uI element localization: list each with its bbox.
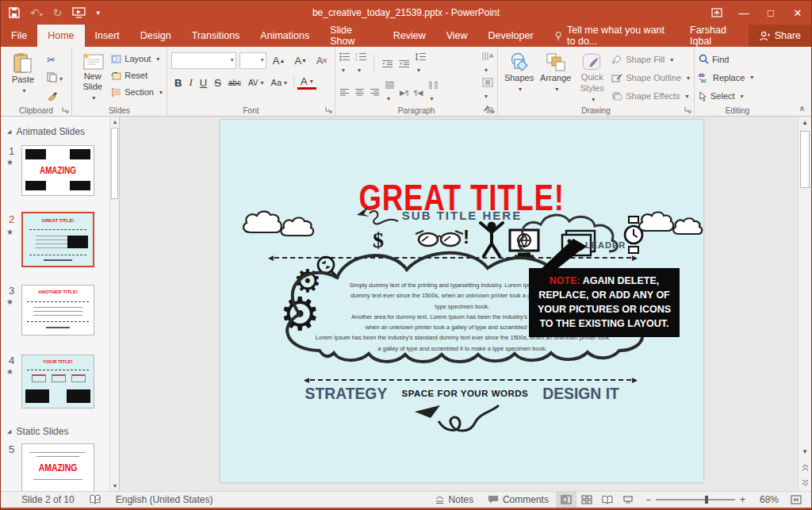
- glasses-icon[interactable]: [414, 228, 465, 248]
- change-case-button[interactable]: Aa: [268, 74, 290, 91]
- slide-editor[interactable]: GREAT TITLE! SUB TITLE HERE $ ! LEADER ◀…: [220, 120, 703, 482]
- justify-button[interactable]: [385, 81, 395, 104]
- tab-home[interactable]: Home: [37, 25, 84, 47]
- collapse-ribbon-icon[interactable]: ∧: [799, 104, 805, 113]
- find-button[interactable]: Find: [699, 52, 753, 67]
- ltr-direction-button[interactable]: ▶¶: [400, 89, 409, 97]
- slide-2-thumbnail[interactable]: GREAT TITLE!: [21, 212, 94, 267]
- text-direction-button[interactable]: A: [482, 52, 493, 75]
- zoom-slider[interactable]: [656, 499, 735, 500]
- panel-scrollbar-thumb[interactable]: [111, 128, 118, 199]
- save-icon[interactable]: [9, 7, 20, 18]
- decrease-indent-button[interactable]: [381, 59, 393, 68]
- cut-icon[interactable]: ✂: [44, 52, 66, 68]
- note-callout[interactable]: NOTE: AGAIN DELETE, REPLACE, OR ADD ANY …: [529, 268, 680, 337]
- line-spacing-button[interactable]: [415, 52, 426, 75]
- zoom-in-button[interactable]: +: [740, 492, 753, 508]
- tab-review[interactable]: Review: [383, 25, 436, 47]
- shapes-button[interactable]: Shapes: [502, 50, 536, 104]
- numbering-button[interactable]: 123: [355, 52, 366, 75]
- shape-effects-button[interactable]: Shape Effects: [611, 88, 690, 104]
- text-shadow-button[interactable]: abc: [225, 74, 244, 91]
- tab-transitions[interactable]: Transitions: [182, 25, 251, 47]
- tab-slide-show[interactable]: Slide Show: [320, 25, 383, 47]
- zoom-out-button[interactable]: −: [638, 492, 651, 508]
- tell-me-box[interactable]: Tell me what you want to do...: [544, 25, 679, 47]
- align-left-button[interactable]: [339, 88, 350, 97]
- underline-button[interactable]: U: [197, 74, 210, 91]
- section-button[interactable]: Section: [111, 84, 163, 100]
- tab-animations[interactable]: Animations: [250, 25, 320, 47]
- slide-counter[interactable]: Slide 2 of 10: [1, 492, 82, 508]
- clouds-right-icon[interactable]: [634, 202, 704, 240]
- columns-button[interactable]: [428, 81, 439, 104]
- close-button[interactable]: ✕: [784, 1, 811, 25]
- normal-view-button[interactable]: [556, 492, 576, 508]
- tab-insert[interactable]: Insert: [85, 25, 130, 47]
- section-static-slides[interactable]: Static Slides: [7, 426, 68, 437]
- slide-show-button[interactable]: [618, 492, 638, 508]
- align-center-button[interactable]: [354, 88, 365, 97]
- arrange-button[interactable]: Arrange: [538, 50, 573, 104]
- arrange-dropdown[interactable]: [553, 83, 558, 94]
- minimize-button[interactable]: —: [730, 1, 757, 25]
- italic-button[interactable]: I: [186, 74, 195, 91]
- increase-indent-button[interactable]: [398, 59, 410, 68]
- new-slide-dropdown[interactable]: [90, 92, 95, 102]
- scrollbar-thumb[interactable]: [800, 131, 810, 188]
- reading-view-button[interactable]: [597, 492, 618, 508]
- paper-plane-squiggle-icon[interactable]: [355, 204, 404, 229]
- panel-scroll-up-icon[interactable]: ▲: [110, 117, 120, 127]
- new-slide-button[interactable]: New Slide: [76, 50, 109, 104]
- undo-icon[interactable]: ↶▾: [30, 6, 43, 19]
- scroll-up-icon[interactable]: ▲: [799, 117, 811, 128]
- panel-scroll-down-icon[interactable]: ▼: [110, 481, 120, 491]
- bullets-button[interactable]: [339, 52, 350, 75]
- select-button[interactable]: Select: [699, 89, 753, 104]
- ribbon-display-options-icon[interactable]: [703, 1, 730, 25]
- account-name[interactable]: Farshad Iqbal: [679, 25, 749, 47]
- previous-slide-icon[interactable]: [799, 462, 811, 474]
- decrease-font-size-button[interactable]: A▼: [291, 52, 310, 69]
- scroll-down-icon[interactable]: ▼: [799, 446, 811, 458]
- section-animated-slides[interactable]: Animated Slides: [7, 126, 85, 137]
- character-spacing-button[interactable]: AV: [245, 74, 267, 91]
- plane-loop-doodle-icon[interactable]: [413, 397, 512, 439]
- quick-styles-dropdown[interactable]: [589, 94, 595, 104]
- strategy-label[interactable]: STRATEGY: [304, 384, 387, 403]
- replace-button[interactable]: abacReplace: [699, 70, 753, 85]
- shape-fill-button[interactable]: Shape Fill: [611, 52, 690, 67]
- reset-button[interactable]: Reset: [111, 67, 163, 83]
- format-painter-icon[interactable]: [44, 87, 66, 104]
- spellcheck-icon[interactable]: [82, 492, 109, 508]
- align-text-button[interactable]: [482, 78, 493, 102]
- quick-styles-button[interactable]: Quick Styles: [575, 50, 609, 104]
- slide-1-thumbnail[interactable]: AMAZING: [21, 145, 94, 196]
- strikethrough-button[interactable]: S: [211, 74, 224, 91]
- paste-button[interactable]: Paste: [5, 50, 41, 104]
- start-slideshow-icon[interactable]: [72, 7, 86, 18]
- bold-button[interactable]: B: [171, 74, 185, 91]
- rtl-direction-button[interactable]: ¶◀: [414, 89, 423, 97]
- fit-slide-to-window-icon[interactable]: [786, 492, 806, 508]
- slide-sorter-view-button[interactable]: [576, 492, 597, 508]
- increase-font-size-button[interactable]: A▲: [270, 52, 289, 69]
- clouds-left-icon[interactable]: [238, 202, 316, 242]
- notes-button[interactable]: Notes: [427, 492, 481, 508]
- font-color-button[interactable]: A: [297, 75, 316, 90]
- slide-4-thumbnail[interactable]: YOUR TITLE!: [21, 355, 94, 408]
- exclamation-icon[interactable]: !: [463, 226, 469, 248]
- shape-outline-button[interactable]: Shape Outline: [611, 70, 690, 86]
- language-indicator[interactable]: English (United States): [109, 492, 220, 508]
- font-size-combobox[interactable]: [239, 52, 266, 69]
- customize-qat-icon[interactable]: ▾: [96, 9, 100, 17]
- align-right-button[interactable]: [370, 88, 380, 97]
- design-it-label[interactable]: DESIGN IT: [542, 384, 619, 403]
- font-name-combobox[interactable]: [171, 52, 236, 69]
- tab-design[interactable]: Design: [130, 25, 182, 47]
- layout-button[interactable]: Layout: [111, 51, 163, 67]
- paste-dropdown[interactable]: [20, 85, 25, 95]
- copy-icon[interactable]: [44, 69, 66, 86]
- slide-3-thumbnail[interactable]: ANOTHER TITLE!: [21, 285, 94, 336]
- zoom-slider-thumb[interactable]: [705, 496, 708, 504]
